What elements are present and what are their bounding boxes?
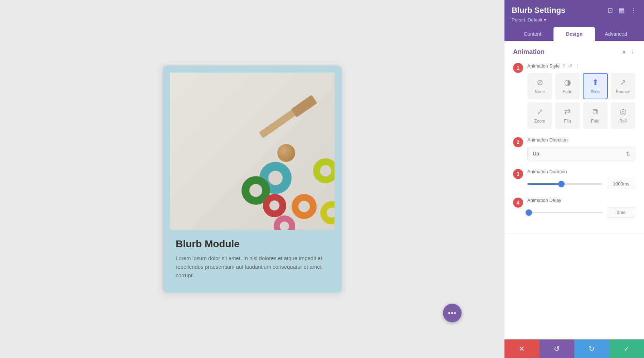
animation-direction-content: Animation Direction Up Down Left Right ⇅ bbox=[527, 137, 635, 160]
tab-advanced[interactable]: Advanced bbox=[595, 27, 637, 41]
fade-icon: ◑ bbox=[564, 78, 571, 87]
flip-label: Flip bbox=[564, 119, 571, 124]
panel-header-top: Blurb Settings ⊡ ▦ ⋮ bbox=[512, 6, 637, 15]
animation-direction-label-row: Animation Direction bbox=[527, 137, 635, 143]
flip-icon: ⇄ bbox=[564, 107, 571, 116]
anim-roll[interactable]: ◎ Roll bbox=[611, 102, 636, 129]
duration-slider-thumb[interactable] bbox=[558, 181, 565, 187]
animation-direction-label: Animation Direction bbox=[527, 137, 568, 143]
animation-duration-label-row: Animation Duration bbox=[527, 169, 635, 174]
preview-area: Blurb Module Lorem ipsum dolor sit amet.… bbox=[0, 0, 504, 358]
animation-delay-field: 4 Animation Delay 0ms bbox=[513, 198, 635, 218]
animation-direction-select-wrapper: Up Down Left Right ⇅ bbox=[527, 147, 635, 160]
section-title: Animation bbox=[513, 48, 545, 56]
animation-duration-slider-row: 1000ms bbox=[527, 179, 635, 189]
anim-fade[interactable]: ◑ Fade bbox=[555, 73, 580, 99]
animation-delay-label: Animation Delay bbox=[527, 198, 561, 203]
collapse-icon[interactable]: ∧ bbox=[622, 49, 626, 55]
anim-fold[interactable]: ⧉ Fold bbox=[583, 102, 608, 129]
columns-icon[interactable]: ▦ bbox=[619, 6, 625, 14]
fold-label: Fold bbox=[591, 119, 599, 124]
settings-panel: Blurb Settings ⊡ ▦ ⋮ Preset: Default ▾ C… bbox=[504, 0, 644, 358]
duration-slider-fill bbox=[527, 183, 561, 185]
dots-icon: ••• bbox=[448, 309, 457, 317]
hammer-head bbox=[291, 95, 317, 117]
animation-style-field: 1 Animation Style ? ↺ ⋮ ⊘ None bbox=[513, 63, 635, 129]
animation-duration-field: 3 Animation Duration 1000ms bbox=[513, 169, 635, 189]
panel-tabs: Content Design Advanced bbox=[512, 27, 637, 41]
section-controls: ∧ ⋮ bbox=[622, 49, 635, 55]
none-icon: ⊘ bbox=[537, 78, 543, 87]
animation-style-label: Animation Style bbox=[527, 63, 560, 69]
anim-slide[interactable]: ⬆ Slide bbox=[583, 73, 608, 99]
anim-flip[interactable]: ⇄ Flip bbox=[555, 102, 580, 129]
blurb-text: Lorem ipsum dolor sit amet. In nisi dolo… bbox=[176, 254, 329, 280]
save-button[interactable]: ✓ bbox=[609, 339, 644, 358]
ring-red bbox=[263, 194, 286, 217]
step-badge-4: 4 bbox=[513, 198, 523, 208]
step-badge-2: 2 bbox=[513, 137, 523, 147]
animation-duration-slider[interactable] bbox=[527, 183, 602, 185]
blurb-card-image bbox=[170, 73, 335, 230]
animation-direction-field: 2 Animation Direction Up Down Left Right… bbox=[513, 137, 635, 160]
slide-icon: ⬆ bbox=[592, 78, 599, 87]
animation-style-content: Animation Style ? ↺ ⋮ ⊘ None ◑ Fade bbox=[527, 63, 635, 129]
panel-header-icons: ⊡ ▦ ⋮ bbox=[608, 6, 637, 14]
blurb-title: Blurb Module bbox=[176, 238, 329, 250]
bounce-label: Bounce bbox=[616, 89, 630, 94]
panel-header: Blurb Settings ⊡ ▦ ⋮ Preset: Default ▾ C… bbox=[504, 0, 644, 41]
floating-menu-button[interactable]: ••• bbox=[443, 304, 462, 322]
zoom-icon: ⤢ bbox=[537, 107, 543, 116]
animation-direction-select[interactable]: Up Down Left Right bbox=[527, 147, 635, 160]
animation-style-label-row: Animation Style ? ↺ ⋮ bbox=[527, 63, 635, 69]
anim-none[interactable]: ⊘ None bbox=[527, 73, 552, 99]
style-more-icon[interactable]: ⋮ bbox=[575, 63, 580, 69]
roll-icon: ◎ bbox=[620, 107, 626, 116]
animation-delay-slider[interactable] bbox=[527, 212, 602, 213]
cancel-button[interactable]: ✕ bbox=[504, 339, 540, 358]
none-label: None bbox=[535, 89, 545, 94]
duration-value: 1000ms bbox=[607, 179, 635, 189]
style-help-icon[interactable]: ? bbox=[562, 63, 565, 69]
animation-style-grid: ⊘ None ◑ Fade ⬆ Slide ↗ bbox=[527, 73, 635, 129]
section-more-icon[interactable]: ⋮ bbox=[630, 49, 635, 55]
animation-duration-content: Animation Duration 1000ms bbox=[527, 169, 635, 189]
animation-duration-label: Animation Duration bbox=[527, 169, 567, 174]
panel-preset[interactable]: Preset: Default ▾ bbox=[512, 17, 637, 23]
anim-zoom[interactable]: ⤢ Zoom bbox=[527, 102, 552, 129]
animation-delay-slider-row: 0ms bbox=[527, 207, 635, 218]
blurb-card-content: Blurb Module Lorem ipsum dolor sit amet.… bbox=[170, 230, 335, 285]
panel-title: Blurb Settings bbox=[512, 6, 565, 15]
tab-content[interactable]: Content bbox=[512, 27, 553, 41]
step-badge-1: 1 bbox=[513, 63, 523, 73]
more-options-icon[interactable]: ⋮ bbox=[630, 6, 637, 14]
animation-section: Animation ∧ ⋮ 1 Animation Style ? ↺ ⋮ bbox=[504, 41, 644, 234]
fade-label: Fade bbox=[563, 89, 572, 94]
ring-yellow-bot bbox=[320, 201, 335, 224]
animation-delay-content: Animation Delay 0ms bbox=[527, 198, 635, 218]
delay-value: 0ms bbox=[607, 207, 635, 218]
style-reset-icon[interactable]: ↺ bbox=[568, 63, 572, 69]
delay-slider-thumb[interactable] bbox=[526, 209, 532, 216]
fold-icon: ⧉ bbox=[592, 107, 598, 116]
section-header: Animation ∧ ⋮ bbox=[513, 48, 635, 56]
roll-label: Roll bbox=[619, 119, 627, 124]
animation-delay-label-row: Animation Delay bbox=[527, 198, 635, 203]
step-badge-3: 3 bbox=[513, 169, 523, 179]
slide-label: Slide bbox=[590, 89, 600, 94]
anim-bounce[interactable]: ↗ Bounce bbox=[611, 73, 636, 99]
undo-button[interactable]: ↺ bbox=[540, 339, 575, 358]
toy-image bbox=[170, 73, 335, 230]
redo-button[interactable]: ↻ bbox=[574, 339, 609, 358]
ring-pink bbox=[274, 215, 295, 230]
blurb-card: Blurb Module Lorem ipsum dolor sit amet.… bbox=[163, 65, 342, 293]
ring-orange bbox=[292, 194, 317, 219]
action-bar: ✕ ↺ ↻ ✓ bbox=[504, 339, 644, 358]
wooden-ball bbox=[277, 144, 295, 162]
panel-body: Animation ∧ ⋮ 1 Animation Style ? ↺ ⋮ bbox=[504, 41, 644, 339]
responsive-icon[interactable]: ⊡ bbox=[608, 6, 613, 14]
ring-yellow-top bbox=[313, 158, 335, 183]
tab-design[interactable]: Design bbox=[553, 27, 595, 41]
bounce-icon: ↗ bbox=[620, 78, 626, 87]
zoom-label: Zoom bbox=[534, 119, 545, 124]
